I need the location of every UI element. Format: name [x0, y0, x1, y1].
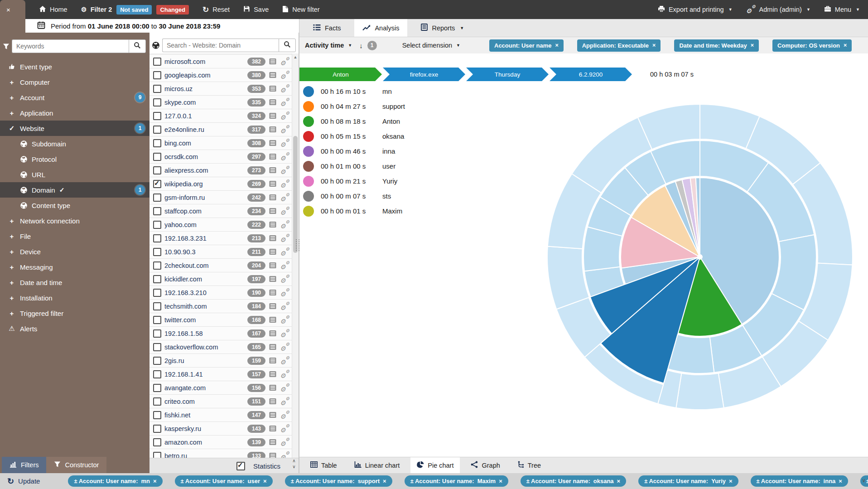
- sunburst-chart[interactable]: [544, 101, 856, 413]
- domain-link[interactable]: fishki.net: [164, 412, 247, 419]
- details-list-icon[interactable]: [269, 153, 276, 160]
- domain-link[interactable]: skype.com: [164, 99, 247, 106]
- statistics-checkbox[interactable]: [236, 462, 245, 470]
- domain-link[interactable]: twitter.com: [164, 316, 247, 324]
- sidebar-item-subdomain[interactable]: Subdomain: [0, 136, 149, 151]
- domain-checkbox[interactable]: [153, 234, 161, 242]
- close-icon[interactable]: ×: [839, 478, 842, 484]
- sidebar-item-url[interactable]: URL: [0, 167, 149, 182]
- domain-link[interactable]: 2checkout.com: [164, 262, 247, 269]
- domain-link[interactable]: criteo.com: [164, 398, 247, 405]
- gears-icon[interactable]: ⚙⚙: [280, 289, 289, 297]
- sidebar-item-file[interactable]: +File: [0, 228, 149, 244]
- panel-splitter-handle[interactable]: [296, 239, 299, 251]
- domain-link[interactable]: microsoft.com: [164, 58, 247, 65]
- tab-pie-chart[interactable]: Pie chart: [410, 457, 460, 473]
- domain-search-button[interactable]: [279, 39, 296, 52]
- keywords-input[interactable]: [12, 39, 129, 53]
- sidebar-item-alerts[interactable]: ⚠Alerts: [0, 321, 149, 336]
- domain-link[interactable]: bing.com: [164, 140, 247, 147]
- gears-icon[interactable]: ⚙⚙: [280, 357, 289, 365]
- domain-checkbox[interactable]: [153, 289, 161, 297]
- legend-item[interactable]: 00 h 01 m 00 suser: [303, 159, 405, 174]
- legend-item[interactable]: 00 h 05 m 15 soksana: [303, 129, 405, 144]
- update-button[interactable]: ↻ Update: [7, 476, 40, 486]
- domain-checkbox[interactable]: [153, 329, 161, 338]
- details-list-icon[interactable]: [269, 398, 276, 405]
- domain-search-input[interactable]: [162, 39, 279, 52]
- home-button[interactable]: Home: [39, 5, 68, 14]
- new-filter-button[interactable]: New filter: [282, 5, 319, 14]
- gears-icon[interactable]: ⚙⚙: [280, 329, 289, 338]
- dimension-chip[interactable]: Account: User name×: [489, 39, 564, 52]
- details-list-icon[interactable]: [269, 248, 276, 255]
- domain-link[interactable]: aliexpress.com: [164, 167, 247, 174]
- domain-checkbox[interactable]: [153, 261, 161, 270]
- domain-checkbox[interactable]: [153, 316, 161, 324]
- domain-link[interactable]: avangate.com: [164, 384, 247, 392]
- gears-icon[interactable]: ⚙⚙: [280, 261, 289, 270]
- domain-checkbox[interactable]: [153, 207, 161, 215]
- account-filter-chip[interactable]: ± Account: User name: Yuriy×: [638, 475, 738, 487]
- sidebar-item-account[interactable]: +Account9: [0, 90, 149, 105]
- legend-item[interactable]: 00 h 00 m 01 sMaxim: [303, 203, 405, 218]
- account-filter-chip[interactable]: ± Account: User name: inna×: [751, 475, 848, 487]
- legend-item[interactable]: 00 h 00 m 07 ssts: [303, 189, 405, 203]
- details-list-icon[interactable]: [269, 167, 276, 174]
- gears-icon[interactable]: ⚙⚙: [280, 343, 289, 351]
- sunburst-segment[interactable]: [676, 373, 723, 410]
- details-list-icon[interactable]: [269, 439, 276, 445]
- gears-icon[interactable]: ⚙⚙: [280, 98, 289, 107]
- domain-link[interactable]: 192.168.1.41: [164, 371, 247, 378]
- scroll-up-icon[interactable]: ∧: [291, 459, 297, 463]
- details-list-icon[interactable]: [269, 72, 276, 78]
- sunburst-segment[interactable]: [547, 247, 589, 310]
- domain-checkbox[interactable]: [153, 194, 161, 202]
- details-list-icon[interactable]: [269, 180, 276, 187]
- sidebar-item-event-type[interactable]: Event type: [0, 59, 149, 74]
- domain-checkbox[interactable]: [153, 85, 161, 93]
- domain-link[interactable]: kickidler.com: [164, 276, 247, 283]
- domain-checkbox[interactable]: [153, 275, 161, 283]
- details-list-icon[interactable]: [269, 303, 276, 310]
- tab-constructor[interactable]: Constructor: [46, 457, 106, 473]
- domain-checkbox[interactable]: [153, 357, 161, 365]
- close-icon[interactable]: ×: [153, 478, 157, 484]
- close-icon[interactable]: ×: [383, 478, 386, 484]
- close-icon[interactable]: ×: [555, 42, 558, 48]
- sidebar-item-messaging[interactable]: +Messaging: [0, 259, 149, 275]
- scroll-down-icon[interactable]: ∨: [291, 465, 297, 469]
- gears-icon[interactable]: ⚙⚙: [280, 234, 289, 242]
- sidebar-item-installation[interactable]: +Installation: [0, 290, 149, 305]
- tab-facts[interactable]: Facts: [305, 19, 349, 37]
- sidebar-item-computer[interactable]: +Computer: [0, 74, 149, 90]
- details-list-icon[interactable]: [269, 126, 276, 133]
- tab-linear-chart[interactable]: Linear chart: [348, 457, 406, 473]
- domain-link[interactable]: 192.168.3.210: [164, 289, 247, 296]
- domain-checkbox[interactable]: [153, 166, 161, 174]
- domain-link[interactable]: micros.uz: [164, 85, 247, 92]
- domain-link[interactable]: amazon.com: [164, 439, 247, 446]
- gears-icon[interactable]: ⚙⚙: [280, 126, 289, 134]
- export-printing-menu[interactable]: Export and printing ▼: [658, 5, 733, 14]
- gears-icon[interactable]: ⚙⚙: [280, 58, 289, 66]
- gears-icon[interactable]: ⚙⚙: [280, 425, 289, 433]
- account-filter-chip[interactable]: ± Account: User name: Maxim×: [405, 475, 508, 487]
- domain-link[interactable]: 127.0.0.1: [164, 112, 247, 120]
- sidebar-item-domain[interactable]: Domain✓1: [0, 182, 149, 198]
- scroll-up-icon[interactable]: ▲: [292, 53, 299, 61]
- domain-checkbox[interactable]: [153, 221, 161, 229]
- details-list-icon[interactable]: [269, 221, 276, 228]
- domain-link[interactable]: googleapis.com: [164, 72, 247, 79]
- close-icon[interactable]: ×: [751, 42, 754, 48]
- details-list-icon[interactable]: [269, 344, 276, 350]
- domain-checkbox[interactable]: [153, 58, 161, 66]
- tab-reports[interactable]: Reports▼: [413, 19, 472, 37]
- legend-item[interactable]: 00 h 16 m 10 smn: [303, 84, 405, 99]
- details-list-icon[interactable]: [269, 316, 276, 323]
- tab-graph[interactable]: Graph: [464, 457, 506, 473]
- sidebar-item-website[interactable]: ✓Website1: [0, 121, 149, 136]
- scroll-down-icon[interactable]: ∨: [862, 477, 866, 484]
- details-list-icon[interactable]: [269, 276, 276, 282]
- account-filter-chip[interactable]: ± Account: User name: mn×: [68, 475, 162, 487]
